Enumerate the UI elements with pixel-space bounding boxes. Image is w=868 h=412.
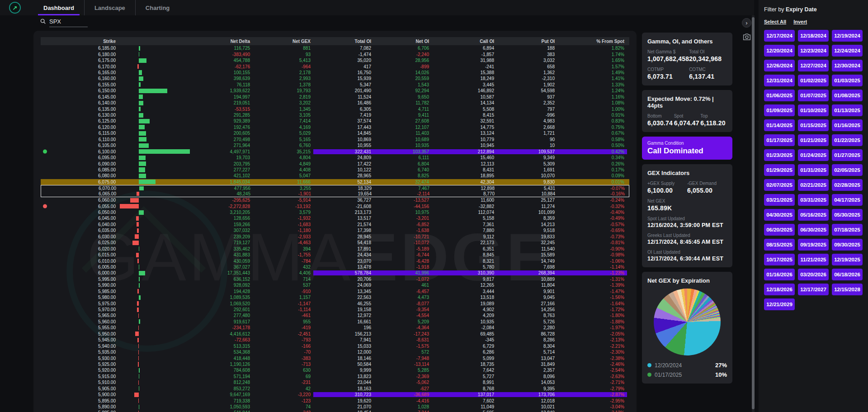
strike-row-590000[interactable]: 5,900.009,647,169-3,220310,723-36,689137… — [41, 392, 629, 398]
strike-row-601000[interactable]: 6,010.00430,059-78423,070-6,4288,32114,7… — [41, 258, 629, 264]
strike-row-590500[interactable]: 5,905.00853,2724218,163-6278,7689,395-2.… — [41, 386, 629, 392]
strike-row-595500[interactable]: 5,955.00-234,178-419196-4,364-2,0842,280… — [41, 325, 629, 331]
expiry-date-button-07-18-2025[interactable]: 07/18/2025 — [832, 224, 863, 236]
expiry-date-button-12-17-2027[interactable]: 12/17/2027 — [798, 284, 829, 295]
strike-row-617500[interactable]: 6,175.00454,7885,41335,02028,95631,9883,… — [41, 57, 629, 63]
expiry-date-button-11-21-2025[interactable]: 11/21/2025 — [798, 254, 829, 265]
expiry-date-button-04-17-2025[interactable]: 04/17/2025 — [832, 194, 863, 206]
strike-row-609000[interactable]: 6,090.00203,7954,84917,4226,80412,1135,3… — [41, 161, 629, 166]
expiry-date-button-06-30-2025[interactable]: 06/30/2025 — [798, 224, 829, 236]
strike-row-613500[interactable]: 6,135.00-53,5151,3456,3054,7115,5087971.… — [41, 106, 629, 112]
expiry-date-button-12-18-2026[interactable]: 12/18/2026 — [764, 284, 795, 295]
strike-row-608000[interactable]: 6,080.00421,1025,04728,9658,82518,89510,… — [41, 173, 629, 179]
expiry-date-button-01-02-2025[interactable]: 01/02/2025 — [798, 75, 829, 86]
strike-row-618000[interactable]: 6,180.00-383,49093-1,474-2,240-1,8573831… — [41, 51, 629, 57]
expiry-date-button-01-09-2025[interactable]: 01/09/2025 — [764, 104, 795, 116]
expiry-date-button-02-07-2025[interactable]: 02/07/2025 — [764, 179, 795, 191]
expiry-date-button-01-16-2026[interactable]: 01/16/2026 — [764, 269, 795, 280]
strike-row-611000[interactable]: 6,110.00270,4985,16510,86910,68910,77990… — [41, 137, 629, 142]
strike-row-599500[interactable]: 5,995.00636,15271420,706-1,0729,81710,88… — [41, 276, 629, 282]
expiry-date-button-09-19-2025[interactable]: 09/19/2025 — [798, 239, 829, 251]
strike-row-614500[interactable]: 6,145.00194,9972,81911,5249,65010,587937… — [41, 94, 629, 100]
expiry-date-button-01-17-2025[interactable]: 01/17/2025 — [764, 134, 795, 146]
strike-row-591500[interactable]: 5,915.00571,1946913,823-2,3695,7278,096-… — [41, 374, 629, 379]
expiry-date-button-10-17-2025[interactable]: 10/17/2025 — [764, 254, 795, 265]
strike-row-613000[interactable]: 6,130.00291,2853,1057,4199,4118,415-9960… — [41, 112, 629, 118]
expiry-date-button-12-26-2024[interactable]: 12/26/2024 — [764, 60, 795, 71]
strike-row-609500[interactable]: 6,095.0019,7034,80424,8096,11115,4609,34… — [41, 155, 629, 161]
strike-row-595000[interactable]: 5,950.004,416,612-2,451156,213-17,24369,… — [41, 331, 629, 337]
collapse-panel-button[interactable]: › — [742, 18, 751, 28]
strike-row-591000[interactable]: 5,910.00812,248-23123,044-5,0628,99114,0… — [41, 379, 629, 385]
strike-row-603000[interactable]: 6,030.00239,209-2,93328,945-10,7219,1121… — [41, 234, 629, 240]
select-all-link[interactable]: Select All — [764, 19, 786, 24]
strike-row-596000[interactable]: 5,960.00919,61795516,6615,20910,9355,726… — [41, 319, 629, 325]
search-input[interactable] — [49, 17, 88, 27]
strike-row-597000[interactable]: 5,970.00292,601-1,11419,158-9,3544,90214… — [41, 307, 629, 313]
expiry-date-button-04-30-2025[interactable]: 04/30/2025 — [764, 209, 795, 221]
strike-row-594500[interactable]: 5,945.00-72,663-7937,941-8,631-3458,286-… — [41, 337, 629, 343]
strike-row-616500[interactable]: 6,165.00100,1552,17816,75014,02615,3881,… — [41, 70, 629, 76]
expiry-date-button-12-30-2024[interactable]: 12/30/2024 — [832, 60, 863, 71]
expiry-date-button-08-15-2025[interactable]: 08/15/2025 — [764, 239, 795, 251]
expiry-date-button-01-16-2025[interactable]: 01/16/2025 — [832, 119, 863, 131]
expiry-date-button-01-06-2025[interactable]: 01/06/2025 — [764, 90, 795, 101]
strike-row-592500[interactable]: 5,925.001,190,126-71350,584-13,11418,735… — [41, 361, 629, 367]
scrollbar-thumb[interactable] — [752, 17, 755, 409]
strike-row-597500[interactable]: 5,975.001,069,520-1,14746,255-8,07719,08… — [41, 300, 629, 306]
tab-landscape[interactable]: Landscape — [84, 0, 135, 15]
expiry-date-button-12-21-2029[interactable]: 12/21/2029 — [764, 298, 795, 310]
expiry-date-button-12-19-2025[interactable]: 12/19/2025 — [832, 254, 863, 265]
strike-row-612000[interactable]: 6,120.00192,4764,16917,44312,10714,7752,… — [41, 124, 629, 130]
expiry-date-button-06-20-2025[interactable]: 06/20/2025 — [764, 224, 795, 236]
strike-row-605500[interactable]: 6,055.00-2,272,828-13,192-21,608-44,156-… — [41, 203, 629, 209]
expiry-date-button-01-15-2025[interactable]: 01/15/2025 — [798, 119, 829, 131]
strike-row-610000[interactable]: 6,100.004,497,97135,215322,431103,357212… — [41, 148, 629, 154]
strike-row-593000[interactable]: 5,930.00418,448-38318,146-7,9485,09913,0… — [41, 355, 629, 361]
strike-row-605000[interactable]: 6,050.003,210,2053,579213,17310,975112,0… — [41, 209, 629, 215]
expiry-date-button-05-16-2025[interactable]: 05/16/2025 — [798, 209, 829, 221]
strike-row-603500[interactable]: 6,035.00307,032-1,18017,398-1,6387,8809,… — [41, 227, 629, 233]
screenshot-camera-button[interactable] — [742, 33, 751, 41]
expiry-date-button-05-30-2025[interactable]: 05/30/2025 — [832, 209, 863, 221]
strike-row-601500[interactable]: 6,015.00431,883-1,75524,434-6,7448,84515… — [41, 252, 629, 258]
strike-row-600500[interactable]: 6,005.00367,02743213,478-1,9185,7807,698… — [41, 264, 629, 270]
strike-row-617000[interactable]: 6,170.00-62,176-964417-899-2416581.57% — [41, 63, 629, 69]
expiry-date-button-01-22-2025[interactable]: 01/22/2025 — [832, 134, 863, 146]
strike-row-606500[interactable]: 6,065.0048,245-1,90119,654-2,1148,77010,… — [41, 191, 629, 197]
strike-row-589500[interactable]: 5,895.00719,338-12319,620-4,4167,60212,0… — [41, 398, 629, 403]
expiry-date-button-12-18-2024[interactable]: 12/18/2024 — [798, 30, 829, 42]
expiry-date-button-01-10-2025[interactable]: 01/10/2025 — [798, 104, 829, 116]
tab-charting[interactable]: Charting — [135, 0, 179, 15]
expiry-date-button-12-31-2024[interactable]: 12/31/2024 — [764, 75, 795, 86]
expiry-date-button-01-24-2025[interactable]: 01/24/2025 — [798, 149, 829, 161]
expiry-date-button-01-03-2025[interactable]: 01/03/2025 — [832, 75, 863, 86]
strike-row-593500[interactable]: 5,935.00534,368-7012,0005726,2865,714-2.… — [41, 349, 629, 355]
strike-row-594000[interactable]: 5,940.00513,315-16615,033-1,5756,7298,30… — [41, 343, 629, 349]
strike-row-602500[interactable]: 6,025.00719,127-4,46354,418-10,07222,173… — [41, 240, 629, 246]
expiry-date-button-12-17-2024[interactable]: 12/17/2024 — [764, 30, 795, 42]
expiry-date-button-01-13-2025[interactable]: 01/13/2025 — [832, 104, 863, 116]
strike-row-615500[interactable]: 6,155.0076,1181,3785,3471,5433,4451,9021… — [41, 82, 629, 88]
expiry-date-button-01-29-2025[interactable]: 01/29/2025 — [764, 164, 795, 176]
expiry-date-button-02-05-2025[interactable]: 02/05/2025 — [832, 164, 863, 176]
strike-row-611500[interactable]: 6,115.00200,6055,02914,84511,40313,1241,… — [41, 130, 629, 136]
expiry-date-button-02-28-2025[interactable]: 02/28/2025 — [832, 179, 863, 191]
sidebar-scrollbar[interactable] — [752, 15, 755, 412]
expiry-date-button-01-23-2025[interactable]: 01/23/2025 — [764, 149, 795, 161]
strike-row-592000[interactable]: 5,920.00784,6086309,9995,2857,6422,357-2… — [41, 367, 629, 373]
strike-row-596500[interactable]: 5,965.00277,480-46112,972-4,5544,2098,76… — [41, 313, 629, 318]
strike-row-607000[interactable]: 6,070.00477,9563,25518,3297,46712,8985,4… — [41, 185, 629, 191]
strike-row-608500[interactable]: 6,085.00277,2274,40810,1226,7408,4311,69… — [41, 167, 629, 173]
strike-row-616000[interactable]: 6,160.00398,6392,99315,93920,55918,249-2… — [41, 76, 629, 81]
strike-row-600000[interactable]: 6,000.0017,351,4434,406578,78441,996310,… — [41, 270, 629, 276]
strike-row-598500[interactable]: 5,985.00194,428-91013,345-6,4573,4449,90… — [41, 289, 629, 294]
expiry-date-button-01-27-2025[interactable]: 01/27/2025 — [832, 149, 863, 161]
expiry-date-button-03-20-2026[interactable]: 03/20/2026 — [798, 269, 829, 280]
expiry-date-button-02-21-2025[interactable]: 02/21/2025 — [798, 179, 829, 191]
expiry-date-button-09-30-2025[interactable]: 09/30/2025 — [832, 239, 863, 251]
expiry-date-button-01-21-2025[interactable]: 01/21/2025 — [798, 134, 829, 146]
strike-row-599000[interactable]: 5,990.00928,09253724,06946112,26511,804-… — [41, 282, 629, 288]
strike-row-598000[interactable]: 5,980.001,089,5351,15722,5634,47313,5189… — [41, 294, 629, 300]
strike-row-606000[interactable]: 6,060.00-295,625-5,91436,727-13,52711,60… — [41, 197, 629, 203]
